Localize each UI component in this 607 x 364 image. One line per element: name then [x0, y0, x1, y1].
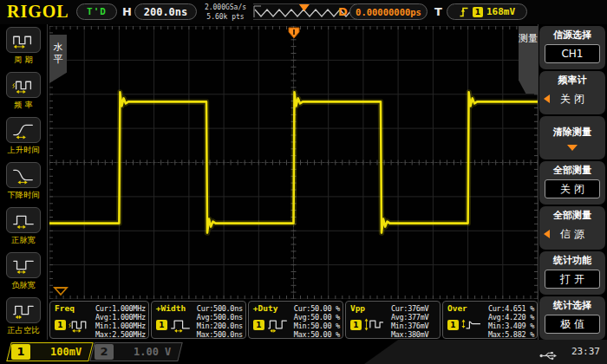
menu-label: 统计功能 — [541, 254, 604, 268]
menu-item-statistic-select[interactable]: 统计选择 极 值 — [539, 296, 605, 340]
stat-avg: Avg:377mV — [391, 313, 437, 322]
sidebar-item-neg-width[interactable]: 负脉宽 — [0, 250, 47, 295]
sidebar-label: 周 期 — [2, 55, 45, 65]
stat-cur: Cur:1.000MHz — [95, 304, 146, 313]
sample-rate: 2.000GSa/s — [200, 3, 251, 12]
channel2-badge: 2 — [95, 344, 114, 360]
channel-badge: 1 — [253, 320, 264, 330]
stat-min: Min:1.000MHz — [95, 322, 146, 330]
channel1-scale: 100mV — [50, 346, 82, 358]
timebase-value[interactable]: 200.0ns — [134, 3, 197, 20]
delay-label: D — [338, 5, 348, 18]
stat-min: Min:3.409 % — [488, 322, 534, 330]
channel2-tag[interactable]: 2 1.00 V — [89, 342, 183, 361]
sidebar-label: 下降时间 — [2, 190, 45, 200]
stat-min: Min:50.00 % — [294, 322, 340, 330]
stat-cur: Cur:376mV — [391, 304, 437, 313]
menu-label: 统计选择 — [541, 299, 604, 313]
tab-measure-menu[interactable]: 测量 — [519, 26, 538, 94]
measure-menu: 信源选择 CH1 频率计 关 闭 清除测量 全部测量 关 闭 全部测量 信 源 — [539, 26, 605, 341]
measure-name: +Duty — [253, 303, 294, 313]
measure-name: Over — [447, 303, 488, 313]
measure-shortcut-sidebar: 周 期 频 率 上升时间 下降时间 正脉宽 负脉宽 正占空比 — [0, 24, 48, 340]
stat-max: Max:50.00 % — [294, 330, 340, 339]
trigger-level-value: 168mV — [486, 6, 515, 17]
menu-item-counter[interactable]: 频率计 关 闭 — [539, 71, 605, 114]
sidebar-label: 上升时间 — [2, 145, 45, 155]
stat-cur: Cur:500.0ns — [197, 304, 243, 313]
stat-cur: Cur:50.00 % — [294, 304, 340, 313]
rise-time-icon — [11, 120, 36, 140]
measure-name: Vpp — [350, 303, 391, 313]
memory-depth: 5.60k pts — [200, 12, 251, 22]
bottom-channel-bar: 1 100mV 2 1.00 V 23:37 — [0, 340, 607, 364]
measurement-statistics-row: Freq 1 Cur:1.000MHz Avg:1.000MHz Min:1.0… — [49, 301, 538, 339]
trigger-label: T — [434, 5, 442, 18]
horizontal-label: H — [122, 5, 132, 18]
stat-cur: Cur:4.651 % — [488, 304, 534, 313]
fall-time-icon — [11, 166, 36, 185]
menu-item-all-measure-source[interactable]: 全部测量 信 源 — [539, 206, 605, 250]
menu-value: 打 开 — [545, 270, 600, 289]
menu-value: 关 闭 — [541, 91, 604, 107]
sidebar-item-fall-time[interactable]: 下降时间 — [0, 159, 47, 205]
measure-panel-overshoot: Over 1 Cur:4.651 % Avg:4.220 % Min:3.409… — [442, 301, 538, 339]
period-icon — [11, 30, 36, 49]
positive-duty-icon — [11, 301, 36, 320]
measure-panel-pduty: +Duty 1 Cur:50.00 % Avg:50.00 % Min:50.0… — [248, 301, 343, 339]
sidebar-item-frequency[interactable]: 频 率 — [0, 69, 47, 114]
usb-icon — [539, 348, 557, 364]
sidebar-item-pos-duty[interactable]: 正占空比 — [0, 295, 47, 340]
sidebar-label: 频 率 — [2, 100, 45, 110]
menu-item-statistic-function[interactable]: 统计功能 打 开 — [539, 251, 605, 295]
positive-width-icon — [11, 211, 36, 230]
negative-width-icon — [11, 256, 36, 275]
sidebar-label: 正脉宽 — [2, 235, 45, 245]
channel-badge: 1 — [156, 320, 167, 330]
menu-item-clear-measure[interactable]: 清除测量 — [539, 116, 605, 159]
stat-avg: Avg:1.000MHz — [95, 313, 146, 322]
sidebar-item-pos-width[interactable]: 正脉宽 — [0, 205, 47, 250]
sidebar-label: 正占空比 — [2, 325, 45, 335]
menu-label: 清除测量 — [541, 126, 604, 140]
measure-panel-freq: Freq 1 Cur:1.000MHz Avg:1.000MHz Min:1.0… — [49, 301, 149, 339]
offscreen-indicator-icon — [53, 283, 69, 300]
menu-item-source-select[interactable]: 信源选择 CH1 — [539, 26, 605, 69]
menu-value: 极 值 — [545, 315, 600, 334]
top-status-bar: RIGOL T'D H 200.0ns 2.000GSa/s 5.60k pts… — [0, 0, 607, 24]
down-arrow-icon — [567, 145, 578, 151]
measure-panel-pwidth: +Width 1 Cur:500.0ns Avg:500.0ns Min:200… — [151, 301, 246, 339]
rising-edge-icon — [459, 6, 469, 17]
delay-value[interactable]: 0.00000000ps — [349, 3, 428, 20]
menu-value: CH1 — [545, 44, 600, 63]
stat-max: Max:380mV — [391, 330, 437, 339]
menu-label: 全部测量 — [541, 164, 604, 178]
waveform-display-area — [49, 26, 538, 299]
menu-label: 全部测量 — [541, 209, 604, 223]
stat-avg: Avg:50.00 % — [294, 313, 340, 322]
stat-avg: Avg:4.220 % — [488, 313, 534, 322]
stat-avg: Avg:500.0ns — [197, 313, 243, 322]
trigger-position-marker[interactable] — [288, 26, 300, 42]
trigger-position-icon — [288, 27, 300, 39]
square-waveform — [49, 26, 538, 299]
sidebar-item-rise-time[interactable]: 上升时间 — [0, 114, 47, 159]
stat-min: Min:376mV — [391, 322, 437, 330]
trigger-info[interactable]: 1 168mV — [447, 3, 527, 20]
measure-name: Freq — [55, 303, 95, 313]
channel-badge: 1 — [350, 320, 362, 330]
vpp-measure-icon — [363, 316, 386, 333]
stat-max: Max:500.0ns — [197, 330, 243, 339]
menu-item-all-measure[interactable]: 全部测量 关 闭 — [539, 161, 605, 205]
channel2-scale: 1.00 V — [134, 346, 171, 358]
measure-name: +Width — [156, 303, 197, 313]
menu-value: 信 源 — [541, 226, 604, 242]
stat-max: Max:2.500MHz — [95, 330, 146, 339]
trigger-source-badge: 1 — [473, 7, 483, 17]
menu-value: 关 闭 — [545, 179, 600, 198]
channel-badge: 1 — [55, 320, 66, 330]
sidebar-item-period[interactable]: 周 期 — [0, 24, 47, 69]
channel1-tag[interactable]: 1 100mV — [6, 342, 94, 361]
left-arrow-icon — [544, 94, 550, 103]
stat-min: Min:200.0ns — [197, 322, 243, 330]
